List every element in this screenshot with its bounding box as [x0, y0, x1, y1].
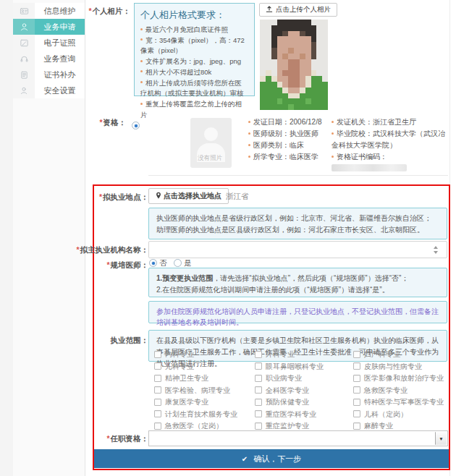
title-qualification-select[interactable]: ▼ [148, 430, 448, 446]
select-location-button-label: 点击选择执业地点 [164, 191, 221, 201]
scope-option[interactable]: 医学影像和放射治疗专业 [353, 373, 444, 386]
checkbox-icon[interactable] [255, 399, 262, 406]
photo-requirements-box: 个人相片格式要求： 最近六个月免冠白底证件照宽：354像素（pixel），高：4… [134, 3, 255, 96]
checkbox-icon[interactable] [353, 399, 360, 406]
photo-requirement-item: 相片上传成功后须等待您所在医疗机构（或拟主要执业机构）审核 [140, 78, 248, 99]
scope-option[interactable]: 康复医学专业 [154, 397, 255, 409]
scope-option[interactable]: 皮肤病与性病专业 [353, 362, 444, 374]
qualification-label: *资格： [99, 118, 126, 128]
qualification-details-right: 发证机关：浙江省卫生厅毕业院校：武汉科技大学（武汉冶金科技大学医学院）资格证书编… [332, 116, 447, 174]
trainee-help-box: 1.预变更执业范围，请先选择“拟执业地点”，然后此项（“规培医师”）选择“否”；… [148, 268, 447, 297]
required-asterisk: * [106, 434, 109, 443]
scope-option[interactable]: 妇产科专业 [353, 349, 444, 362]
bullet-dot-icon [140, 28, 143, 30]
silhouette-head [204, 127, 218, 141]
scope-option[interactable]: 预防保健专业 [255, 397, 353, 409]
checkbox-icon[interactable] [353, 362, 360, 370]
photo-requirement-item: 最近六个月免冠白底证件照 [140, 25, 248, 35]
scope-option[interactable]: 内科专业 [154, 349, 255, 362]
scope-option[interactable]: 外科专业 [255, 349, 353, 362]
required-asterisk: * [76, 245, 79, 254]
upload-photo-button-label: 点击上传个人相片 [276, 5, 331, 14]
scope-option[interactable]: 特种医学与军事医学专业 [353, 397, 444, 409]
sidebar-item-certificate-reissue[interactable]: 证书补办 [13, 67, 85, 82]
org-name-input[interactable] [148, 241, 447, 258]
check-icon: ✔ [242, 455, 248, 463]
required-asterisk: * [99, 192, 102, 201]
detail-item: 发证日期：2006/12/8 [248, 116, 330, 128]
confirm-next-button[interactable]: ✔确认，下一步 [94, 449, 449, 468]
checkbox-icon[interactable] [154, 386, 161, 394]
photo-requirement-item: 文件扩展名为：jpg、jpeg、png [140, 56, 248, 67]
dropdown-arrow-icon[interactable]: ▼ [435, 432, 447, 445]
bullet-dot-icon [248, 156, 250, 158]
checkbox-icon[interactable] [255, 386, 262, 394]
radio-icon[interactable] [149, 259, 157, 267]
scope-option[interactable]: 儿科（定岗） [353, 409, 444, 422]
section-divider [148, 175, 448, 176]
scope-option[interactable]: 精神卫生专业 [154, 373, 255, 386]
checkbox-icon[interactable] [353, 410, 360, 417]
checkbox-icon[interactable] [255, 375, 262, 382]
checkbox-icon[interactable] [154, 362, 161, 370]
detail-item: 发证机关：浙江省卫生厅 [332, 116, 447, 128]
scope-option[interactable]: 儿科专业 [154, 362, 255, 374]
select-location-button[interactable]: 点击选择执业地点 [148, 188, 229, 204]
scope-option[interactable]: 重症医学科专业 [255, 409, 353, 422]
scope-option[interactable]: 职业病专业 [255, 373, 353, 386]
trainee-purple-note: 参加住院医师规范化培训的人员申请注册，只登记执业地点，不登记执业范围，但需备注培… [156, 307, 439, 326]
edit-icon [13, 35, 35, 51]
location-pin-icon [156, 192, 161, 201]
sidebar-item-label: 电子证照 [35, 35, 85, 51]
checkbox-icon[interactable] [353, 386, 360, 394]
checkbox-icon[interactable] [154, 410, 161, 417]
required-asterisk: * [106, 260, 109, 269]
checkbox-icon[interactable] [353, 422, 360, 430]
bullet-dot-icon [248, 121, 250, 123]
certificate-photo-placeholder: 没有照片 [190, 118, 232, 168]
trainee-radio-selected[interactable]: 否 [149, 258, 166, 267]
sidebar-item-business-query[interactable]: 业务查询 [13, 51, 85, 67]
bullet-dot-icon [248, 132, 250, 135]
user-icon [13, 19, 35, 35]
bullet-dot-icon [140, 38, 143, 41]
checkbox-icon[interactable] [154, 375, 161, 382]
checkbox-icon[interactable] [353, 375, 360, 382]
trainee-label: *规培医师： [106, 260, 148, 271]
checkbox-icon[interactable] [255, 410, 262, 417]
radio-icon[interactable] [174, 259, 182, 267]
checkbox-icon[interactable] [154, 422, 161, 430]
headset-icon [13, 51, 35, 67]
location-help-line: 助理医师的执业地点是区县级行政区划，例如：河北石家庄市长安区、北京朝阳区。 [156, 224, 439, 236]
practice-location-label: *拟执业地点： [99, 192, 148, 203]
confirm-next-label: 确认，下一步 [253, 454, 301, 463]
bullet-dot-icon [140, 60, 143, 62]
scope-option[interactable]: 计划生育技术服务专业 [154, 409, 255, 422]
checkbox-icon[interactable] [154, 351, 161, 358]
checkbox-icon[interactable] [255, 351, 262, 358]
upload-photo-button[interactable]: 点击上传个人相片 [259, 3, 337, 17]
sidebar-item-security-settings[interactable]: 安全设置 [13, 82, 85, 98]
scope-checkbox-grid: 内科专业外科专业妇产科专业儿科专业眼耳鼻咽喉科专业皮肤病与性病专业精神卫生专业职… [154, 349, 444, 433]
detail-item: 资格证书编码： [332, 151, 447, 174]
no-photo-text: 没有照片 [190, 154, 229, 163]
bullet-dot-icon [140, 103, 143, 105]
scope-option[interactable]: 急救医学专业 [353, 386, 444, 398]
sidebar-item-info-maintenance[interactable]: 信息维护 [13, 3, 85, 19]
scope-option[interactable]: 医学检验、病理专业 [154, 386, 255, 398]
photo-requirements-title: 个人相片格式要求： [140, 9, 248, 22]
scope-option[interactable]: 全科医学专业 [255, 386, 353, 398]
checkbox-icon[interactable] [154, 399, 161, 406]
sidebar-item-business-application[interactable]: 业务申请 [13, 19, 85, 35]
checkbox-icon[interactable] [255, 422, 262, 430]
checkbox-icon[interactable] [353, 351, 360, 358]
main-content: *个人相片： 个人相片格式要求： 最近六个月免冠白底证件照宽：354像素（pix… [85, 0, 450, 476]
checkbox-icon[interactable] [255, 362, 262, 370]
sidebar-item-e-certificate[interactable]: 电子证照 [13, 35, 85, 51]
trainee-purple-note-box: 参加住院医师规范化培训的人员申请注册，只登记执业地点，不登记执业范围，但需备注培… [148, 301, 447, 323]
page-left-strip [0, 0, 13, 476]
personal-photo-label: *个人相片： [88, 7, 130, 17]
qualification-radio[interactable] [132, 122, 140, 129]
scope-option[interactable]: 眼耳鼻咽喉科专业 [255, 362, 353, 374]
trainee-radio-option[interactable]: 是 [174, 258, 191, 267]
